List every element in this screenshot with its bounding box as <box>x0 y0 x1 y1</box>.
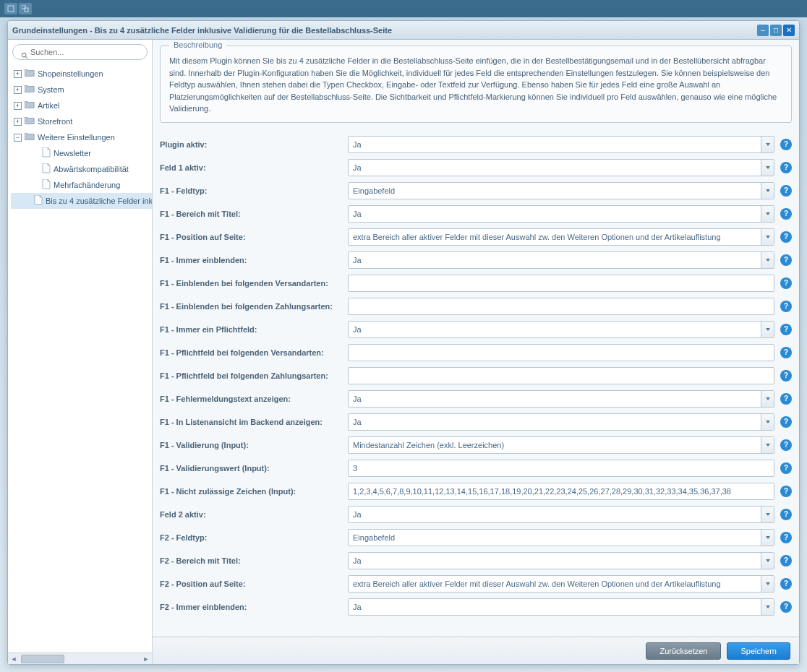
chevron-down-icon[interactable] <box>761 437 774 453</box>
combo-field[interactable]: Mindestanzahl Zeichen (exkl. Leerzeichen… <box>348 436 774 454</box>
combo-field[interactable]: Ja <box>348 251 774 269</box>
text-input[interactable] <box>353 371 769 380</box>
combo-field[interactable]: Eingabefeld <box>348 182 774 199</box>
help-icon[interactable]: ? <box>780 601 792 613</box>
form-row: F1 - Feldtyp:Eingabefeld? <box>160 179 792 202</box>
help-icon[interactable]: ? <box>780 509 792 520</box>
chevron-down-icon[interactable] <box>761 229 774 245</box>
help-icon[interactable]: ? <box>780 231 792 243</box>
search-input[interactable] <box>12 44 148 60</box>
combo-field[interactable]: Ja <box>348 321 774 338</box>
text-field[interactable] <box>348 344 774 361</box>
help-icon[interactable]: ? <box>780 139 792 150</box>
combo-field[interactable]: Eingabefeld <box>348 529 774 546</box>
help-icon[interactable]: ? <box>780 393 792 405</box>
combo-field[interactable]: Ja <box>348 506 774 523</box>
content-scroll[interactable]: Beschreibung Mit diesem Plugin können Si… <box>153 40 799 637</box>
sidebar-hscrollbar[interactable]: ◄ ► <box>8 652 152 664</box>
chevron-down-icon[interactable] <box>761 599 774 615</box>
tree-item[interactable]: +System <box>11 82 152 98</box>
tree-item[interactable]: Bis zu 4 zusätzliche Felder inklusive Va… <box>11 193 152 209</box>
help-icon[interactable]: ? <box>780 324 792 335</box>
folder-icon <box>25 69 38 79</box>
expand-icon[interactable]: + <box>14 86 22 94</box>
topbar-button-1[interactable] <box>4 3 17 14</box>
chevron-down-icon[interactable] <box>761 322 774 337</box>
combo-field[interactable]: Ja <box>348 136 774 153</box>
topbar-button-2[interactable] <box>19 3 32 14</box>
text-field[interactable] <box>348 367 774 384</box>
help-icon[interactable]: ? <box>780 301 792 312</box>
chevron-down-icon[interactable] <box>761 137 774 152</box>
tree-item[interactable]: +Storefront <box>11 113 152 129</box>
text-field[interactable] <box>348 275 774 292</box>
combo-value: Ja <box>353 210 362 218</box>
chevron-down-icon[interactable] <box>761 530 774 546</box>
combo-field[interactable]: extra Bereich aller aktiver Felder mit d… <box>348 575 774 593</box>
tree-item[interactable]: Mehrfachänderung <box>11 177 152 193</box>
text-input[interactable] <box>353 348 769 357</box>
tree-item[interactable]: −Weitere Einstellungen <box>11 129 152 145</box>
chevron-down-icon[interactable] <box>761 576 774 592</box>
chevron-down-icon[interactable] <box>761 553 774 569</box>
chevron-down-icon[interactable] <box>761 391 774 407</box>
help-icon[interactable]: ? <box>780 462 792 474</box>
svg-point-3 <box>22 53 26 57</box>
chevron-down-icon[interactable] <box>761 414 774 430</box>
help-icon[interactable]: ? <box>780 370 792 382</box>
help-icon[interactable]: ? <box>780 208 792 220</box>
combo-field[interactable]: Ja <box>348 552 774 569</box>
combo-field[interactable]: Ja <box>348 413 774 431</box>
combo-value: extra Bereich aller aktiver Felder mit d… <box>353 580 721 588</box>
chevron-down-icon[interactable] <box>761 252 774 268</box>
chevron-down-icon[interactable] <box>761 507 774 522</box>
text-field[interactable] <box>348 298 774 315</box>
chevron-down-icon[interactable] <box>761 183 774 199</box>
help-icon[interactable]: ? <box>780 185 792 197</box>
scroll-thumb[interactable] <box>21 655 64 663</box>
expand-icon[interactable]: + <box>14 118 22 126</box>
combo-value: Ja <box>353 556 362 565</box>
combo-field[interactable]: Ja <box>348 390 774 408</box>
form-row: F1 - Pflichtfeld bei folgenden Versandar… <box>160 341 792 364</box>
close-icon[interactable]: ✕ <box>783 25 795 36</box>
tree-item[interactable]: Abwärtskompatibilität <box>11 161 152 177</box>
expand-icon[interactable]: + <box>14 70 22 78</box>
scroll-left-icon[interactable]: ◄ <box>8 653 20 664</box>
expand-icon[interactable]: + <box>14 102 22 110</box>
help-icon[interactable]: ? <box>780 416 792 428</box>
reset-button[interactable]: Zurücksetzen <box>646 642 721 660</box>
combo-field[interactable]: Ja <box>348 205 774 223</box>
help-icon[interactable]: ? <box>780 532 792 543</box>
tree-item[interactable]: Newsletter <box>11 145 152 161</box>
combo-field[interactable]: Ja <box>348 598 774 616</box>
minimize-icon[interactable]: – <box>757 25 769 36</box>
chevron-down-icon[interactable] <box>761 160 774 176</box>
text-input[interactable] <box>353 279 769 288</box>
combo-field[interactable]: Ja <box>348 159 774 176</box>
text-field[interactable] <box>348 483 774 500</box>
save-button[interactable]: Speichern <box>727 642 790 660</box>
help-icon[interactable]: ? <box>780 277 792 289</box>
maximize-icon[interactable]: □ <box>770 25 782 36</box>
scroll-right-icon[interactable]: ► <box>140 653 152 664</box>
help-icon[interactable]: ? <box>780 439 792 451</box>
help-icon[interactable]: ? <box>780 254 792 266</box>
text-field[interactable] <box>348 460 774 477</box>
folder-icon <box>25 100 38 111</box>
text-input[interactable] <box>353 487 769 496</box>
tree-item[interactable]: +Shopeinstellungen <box>11 66 152 82</box>
tree-item[interactable]: +Artikel <box>11 98 152 113</box>
combo-field[interactable]: extra Bereich aller aktiver Felder mit d… <box>348 228 774 246</box>
collapse-icon[interactable]: − <box>14 134 22 142</box>
chevron-down-icon[interactable] <box>761 206 774 222</box>
svg-rect-0 <box>8 6 14 12</box>
form-row: F1 - Validierung (Input):Mindestanzahl Z… <box>160 434 792 457</box>
help-icon[interactable]: ? <box>780 162 792 173</box>
text-input[interactable] <box>353 302 769 311</box>
help-icon[interactable]: ? <box>780 578 792 590</box>
help-icon[interactable]: ? <box>780 555 792 567</box>
help-icon[interactable]: ? <box>780 486 792 497</box>
text-input[interactable] <box>353 464 769 473</box>
help-icon[interactable]: ? <box>780 347 792 358</box>
